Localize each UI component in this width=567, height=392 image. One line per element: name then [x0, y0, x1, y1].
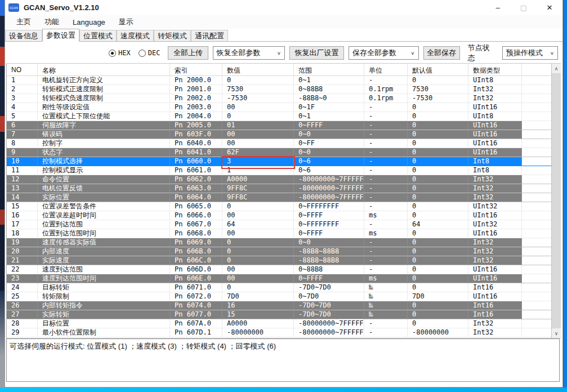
table-row[interactable]: 12命令位置Pn 6062.0A0000-80000000~7FFFFFFF-0…	[7, 175, 551, 184]
menu-item[interactable]: 主页	[10, 16, 38, 28]
save-all-button[interactable]: 全部保存	[423, 46, 460, 60]
table-row[interactable]: 19速度传感器实际值Pn 6069.000~0-0Int32	[7, 238, 551, 247]
cell-default: 0	[408, 319, 468, 328]
cell-value[interactable]: A0000	[222, 319, 294, 328]
column-header[interactable]: 名称	[38, 64, 170, 76]
cell-range: -88B8~88B8	[294, 247, 364, 256]
cell-value[interactable]: 00	[222, 130, 294, 139]
upload-all-button[interactable]: 全部上传	[168, 46, 208, 60]
table-row[interactable]: 1电机旋转正方向定义Pn 2000.000~1-0UInt8	[7, 76, 551, 85]
cell-value[interactable]: 0	[222, 256, 294, 265]
table-row[interactable]: 22速度到达范围Pn 606D.0000~88B8-0UInt16	[7, 265, 551, 274]
column-header[interactable]: 单位	[364, 64, 408, 76]
cell-default: 0	[408, 166, 468, 175]
tab-item[interactable]: 转矩模式	[154, 30, 191, 41]
column-header[interactable]: NO	[7, 64, 38, 76]
tab-item[interactable]: 通讯配置	[191, 30, 228, 41]
table-row[interactable]: 20内部速度Pn 606B.00-88B8~88B8-0Int32	[7, 247, 551, 256]
tab-item[interactable]: 参数设置	[42, 29, 79, 42]
cell-filler	[522, 85, 551, 94]
cell-value[interactable]: 62F	[222, 148, 294, 157]
tab-item[interactable]: 速度模式	[117, 30, 154, 41]
radio-button-icon[interactable]	[109, 50, 116, 57]
vertical-scrollbar[interactable]: ∧ ∨	[551, 64, 561, 338]
table-row[interactable]: 29最小软件位置限制Pn 607D.1-80000000-80000000~7F…	[7, 328, 551, 337]
radio-option[interactable]: DEC	[139, 49, 160, 57]
cell-filler	[522, 175, 551, 184]
radio-option[interactable]: HEX	[109, 49, 131, 57]
cell-value[interactable]: 01	[222, 121, 294, 130]
table-row[interactable]: 25转矩限制Pn 6072.07D00~7D0‰7D0UInt16	[7, 292, 551, 301]
table-row[interactable]: 3转矩模式负速度限制Pn 2002.0-7530-88B8~00.1rpm-75…	[7, 94, 551, 103]
minimize-button[interactable]: –	[485, 0, 511, 15]
table-row[interactable]: 14实际位置Pn 6064.09FF8C-80000000~7FFFFFFF-0…	[7, 193, 551, 202]
cell-value[interactable]: -80000000	[222, 328, 294, 337]
cell-value[interactable]: 9FF8C	[222, 193, 294, 202]
menu-item[interactable]: Language	[66, 17, 112, 28]
table-row[interactable]: 13电机位置反馈Pn 6063.09FF8C-80000000~7FFFFFFF…	[7, 184, 551, 193]
cell-value[interactable]: 0	[222, 112, 294, 121]
maximize-button[interactable]: ▢	[511, 0, 537, 15]
table-row[interactable]: 10控制模式选择Pn 6060.030~6-0Int8	[7, 157, 551, 166]
table-row[interactable]: 2转矩模式正速度限制Pn 2001.075300~88B80.1rpm7530I…	[7, 85, 551, 94]
factory-reset-button[interactable]: 恢复出厂设置	[289, 46, 344, 60]
table-row[interactable]: 7错误码Pn 603F.0000~0-0UInt16	[7, 130, 551, 139]
cell-value[interactable]: 00	[222, 274, 294, 283]
table-row[interactable]: 23速度到达范围时间Pn 606E.0000~FFFFms0UInt16	[7, 274, 551, 283]
tab-item[interactable]: 位置模式	[79, 30, 117, 41]
restore-all-params-select[interactable]: 恢复全部参数 ∨	[213, 46, 285, 60]
cell-value[interactable]: 3	[222, 157, 294, 166]
column-header[interactable]: 索引	[170, 64, 222, 76]
cell-value[interactable]: 0	[222, 76, 294, 85]
cell-value[interactable]: 00	[222, 265, 294, 274]
close-button[interactable]: ✕	[537, 0, 562, 15]
cell-value[interactable]: 0	[222, 247, 294, 256]
cell-value[interactable]: 00	[222, 229, 294, 238]
table-row[interactable]: 4刚性等级设定值Pn 2003.0000~1F-0UInt16	[7, 103, 551, 112]
cell-value[interactable]: 64	[222, 220, 294, 229]
table-row[interactable]: 28目标位置Pn 607A.0A0000-80000000~7FFFFFFF-0…	[7, 319, 551, 328]
cell-value[interactable]: 00	[222, 211, 294, 220]
cell-value[interactable]: A0000	[222, 175, 294, 184]
table-row[interactable]: 6伺服故障字Pn 2005.0010~FFFF-0UInt16	[7, 121, 551, 130]
table-row[interactable]: 8控制字Pn 6040.0000~FF-0UInt16	[7, 139, 551, 148]
cell-value[interactable]: 1	[222, 166, 294, 175]
column-header[interactable]: 数值	[222, 64, 294, 76]
cell-value[interactable]: -7530	[222, 94, 294, 103]
cell-value[interactable]: 00	[222, 103, 294, 112]
table-row[interactable]: 16位置误差超时时间Pn 6066.0000~FFFFms0UInt16	[7, 211, 551, 220]
scroll-down-icon[interactable]: ∨	[552, 328, 561, 338]
table-row[interactable]: 27实际转矩Pn 6077.015-7D0~7D0‰0Int16	[7, 310, 551, 319]
tab-item[interactable]: 设备信息	[5, 30, 42, 41]
column-header[interactable]: 数据类型	[468, 64, 522, 76]
table-row[interactable]: 5位置模式上下限位使能Pn 2004.000~1-0UInt8	[7, 112, 551, 121]
cell-value[interactable]: 16	[222, 301, 294, 310]
cell-value[interactable]: 0	[222, 283, 294, 292]
table-row[interactable]: 9状态字Pn 6041.062F0~0-0UInt16	[7, 148, 551, 157]
cell-value[interactable]: 0	[222, 202, 294, 211]
save-all-params-select[interactable]: 保存全部参数 ∨	[349, 46, 419, 60]
cell-value[interactable]: 7D0	[222, 292, 294, 301]
cell-value[interactable]: 0	[222, 238, 294, 247]
cell-type: UInt16	[468, 265, 522, 274]
table-row[interactable]: 21实际速度Pn 606C.00-88B8~88B8-0Int32	[7, 256, 551, 265]
table-row[interactable]: 15位置误差警告条件Pn 6065.000~FFFFFFFF-0UInt32	[7, 202, 551, 211]
radio-button-icon[interactable]	[139, 50, 146, 57]
menu-item[interactable]: 显示	[112, 16, 140, 28]
cell-filler	[522, 265, 551, 274]
menu-item[interactable]: 功能	[38, 16, 66, 28]
column-header[interactable]: 范围	[294, 64, 364, 76]
node-mode-select[interactable]: 预操作模式 ∨	[502, 46, 558, 60]
scroll-up-icon[interactable]: ∧	[552, 64, 561, 73]
column-header[interactable]: 默认值	[408, 64, 468, 76]
table-row[interactable]: 17位置到达范围Pn 6067.0640~FFFFFFFF-64UInt32	[7, 220, 551, 229]
cell-value[interactable]: 15	[222, 310, 294, 319]
table-row[interactable]: 26内部转矩指令Pn 6074.016-7D0~7D0‰0Int16	[7, 301, 551, 310]
table-row[interactable]: 18位置到达范围时间Pn 6068.0000~FFFFms0UInt16	[7, 229, 551, 238]
cell-value[interactable]: 7530	[222, 85, 294, 94]
cell-default: 0	[408, 265, 468, 274]
cell-value[interactable]: 9FF8C	[222, 184, 294, 193]
cell-value[interactable]: 00	[222, 139, 294, 148]
table-row[interactable]: 24目标转矩Pn 6071.00-7D0~7D0‰0Int16	[7, 283, 551, 292]
table-row[interactable]: 11控制模式显示Pn 6061.010~6-0Int8	[7, 166, 551, 175]
